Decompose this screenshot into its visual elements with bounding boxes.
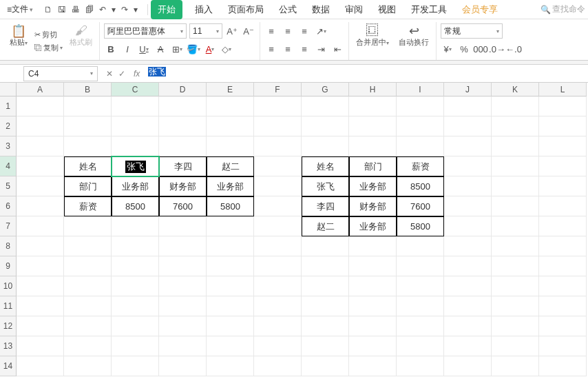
cell-G8[interactable] xyxy=(302,236,349,256)
tab-view[interactable]: 视图 xyxy=(375,0,399,19)
cell-K12[interactable] xyxy=(492,316,539,336)
tab-insert[interactable]: 插入 xyxy=(192,0,216,19)
cell-F4[interactable] xyxy=(254,156,302,176)
cell-F5[interactable] xyxy=(254,176,302,196)
row-header-6[interactable]: 6 xyxy=(0,196,17,216)
cell-D6[interactable]: 7600 xyxy=(159,196,207,216)
cell-J9[interactable] xyxy=(444,256,492,276)
cell-K10[interactable] xyxy=(492,276,539,296)
cell-G10[interactable] xyxy=(302,276,349,296)
cell-G9[interactable] xyxy=(302,256,349,276)
row-header-11[interactable]: 11 xyxy=(0,296,17,316)
cell-E11[interactable] xyxy=(207,296,254,316)
cell-D7[interactable] xyxy=(159,216,207,236)
comma-button[interactable]: 000 xyxy=(474,42,487,56)
cell-B3[interactable] xyxy=(64,136,112,156)
cell-I14[interactable] xyxy=(397,356,444,376)
cell-A10[interactable] xyxy=(17,276,64,296)
increase-font-button[interactable]: A⁺ xyxy=(225,24,239,38)
cell-I4[interactable]: 薪资 xyxy=(397,156,444,176)
cell-G13[interactable] xyxy=(302,336,349,356)
cell-B9[interactable] xyxy=(64,256,112,276)
cell-K8[interactable] xyxy=(492,236,539,256)
undo-icon[interactable]: ↶ xyxy=(99,5,106,14)
col-header-C[interactable]: C xyxy=(112,83,159,96)
tab-page-layout[interactable]: 页面布局 xyxy=(225,0,266,19)
align-bottom-button[interactable]: ≡ xyxy=(297,24,311,38)
cell-D11[interactable] xyxy=(159,296,207,316)
cell-A14[interactable] xyxy=(17,356,64,376)
col-header-A[interactable]: A xyxy=(17,83,64,96)
tab-dev-tools[interactable]: 开发工具 xyxy=(408,0,450,19)
cell-L7[interactable] xyxy=(539,216,587,236)
row-header-5[interactable]: 5 xyxy=(0,176,17,196)
cell-K7[interactable] xyxy=(492,216,539,236)
cell-C3[interactable] xyxy=(112,136,159,156)
cell-K11[interactable] xyxy=(492,296,539,316)
cell-B14[interactable] xyxy=(64,356,112,376)
cell-F7[interactable] xyxy=(254,216,302,236)
cell-F9[interactable] xyxy=(254,256,302,276)
select-all-corner[interactable] xyxy=(0,83,17,96)
cell-I7[interactable]: 5800 xyxy=(397,216,444,236)
cell-J10[interactable] xyxy=(444,276,492,296)
cell-A3[interactable] xyxy=(17,136,64,156)
cell-I11[interactable] xyxy=(397,296,444,316)
cell-F13[interactable] xyxy=(254,336,302,356)
cell-I12[interactable] xyxy=(397,316,444,336)
currency-button[interactable]: ¥▾ xyxy=(441,42,454,56)
cell-D9[interactable] xyxy=(159,256,207,276)
tab-vip[interactable]: 会员专享 xyxy=(459,0,501,19)
cell-I3[interactable] xyxy=(397,136,444,156)
row-header-9[interactable]: 9 xyxy=(0,256,17,276)
fill-color-button[interactable]: 🪣▾ xyxy=(187,42,200,56)
cell-B7[interactable] xyxy=(64,216,112,236)
cell-C13[interactable] xyxy=(112,336,159,356)
cell-C6[interactable]: 8500 xyxy=(112,196,159,216)
merge-center-button[interactable]: ⿴ 合并居中▾ xyxy=(353,22,392,60)
cell-L14[interactable] xyxy=(539,356,587,376)
chevron-down-icon[interactable]: ▾ xyxy=(134,5,138,14)
cell-J12[interactable] xyxy=(444,316,492,336)
cell-B6[interactable]: 薪资 xyxy=(64,196,112,216)
cell-I13[interactable] xyxy=(397,336,444,356)
cell-C4[interactable]: 张飞 xyxy=(112,156,159,176)
cell-J11[interactable] xyxy=(444,296,492,316)
cell-E2[interactable] xyxy=(207,116,254,136)
cell-C1[interactable] xyxy=(112,96,159,116)
cell-I10[interactable] xyxy=(397,276,444,296)
cell-G2[interactable] xyxy=(302,116,349,136)
tab-data[interactable]: 数据 xyxy=(309,0,333,19)
col-header-H[interactable]: H xyxy=(349,83,397,96)
cell-L8[interactable] xyxy=(539,236,587,256)
cancel-formula-button[interactable]: ✕ xyxy=(106,69,113,79)
percent-button[interactable]: % xyxy=(457,42,471,56)
cell-F1[interactable] xyxy=(254,96,302,116)
cell-I2[interactable] xyxy=(397,116,444,136)
col-header-I[interactable]: I xyxy=(397,83,444,96)
cell-K6[interactable] xyxy=(492,196,539,216)
cell-L5[interactable] xyxy=(539,176,587,196)
cell-D2[interactable] xyxy=(159,116,207,136)
cell-L3[interactable] xyxy=(539,136,587,156)
save-icon[interactable]: 🖫 xyxy=(58,5,66,14)
font-color-button[interactable]: A▾ xyxy=(203,42,217,56)
cell-B1[interactable] xyxy=(64,96,112,116)
cell-L11[interactable] xyxy=(539,296,587,316)
accept-formula-button[interactable]: ✓ xyxy=(118,69,125,79)
cell-B2[interactable] xyxy=(64,116,112,136)
cell-A8[interactable] xyxy=(17,236,64,256)
cell-H2[interactable] xyxy=(349,116,397,136)
cell-K13[interactable] xyxy=(492,336,539,356)
format-painter-button[interactable]: 🖌 格式刷 xyxy=(67,22,95,60)
bold-button[interactable]: B xyxy=(104,42,118,56)
cell-I5[interactable]: 8500 xyxy=(397,176,444,196)
orientation-button[interactable]: ↗▾ xyxy=(314,24,328,38)
underline-button[interactable]: U▾ xyxy=(137,42,151,56)
cell-L9[interactable] xyxy=(539,256,587,276)
cell-G14[interactable] xyxy=(302,356,349,376)
col-header-J[interactable]: J xyxy=(444,83,492,96)
cell-L10[interactable] xyxy=(539,276,587,296)
strikethrough-button[interactable]: A xyxy=(154,42,167,56)
cell-H7[interactable]: 业务部 xyxy=(349,216,397,236)
